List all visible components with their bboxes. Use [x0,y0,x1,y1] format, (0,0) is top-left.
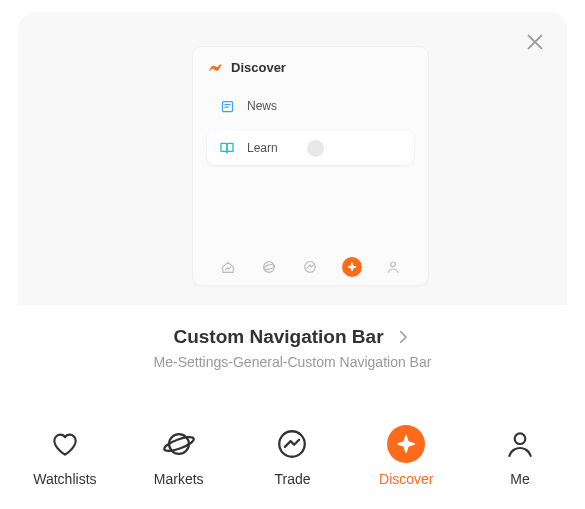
nav-item-watchlists[interactable]: Watchlists [15,425,115,487]
preview-item-learn: Learn [207,131,414,165]
preview-nav-trade-icon [300,257,320,277]
nav-item-discover[interactable]: Discover [356,425,456,487]
nav-item-markets[interactable]: Markets [129,425,229,487]
preview-nav-me-icon [383,257,403,277]
nav-item-label: Trade [274,471,310,487]
touch-indicator-icon [307,140,324,157]
preview-item-news: News [207,89,414,123]
preview-header: Discover [207,59,414,75]
svg-point-9 [391,262,396,267]
preview-nav-discover-icon [342,257,362,277]
chevron-right-icon [394,328,412,346]
news-icon [219,98,235,114]
svg-point-14 [515,433,526,444]
close-button[interactable] [521,28,549,56]
heart-icon [46,425,84,463]
preview-nav-watchlists-icon [218,257,238,277]
planet-icon [160,425,198,463]
person-icon [501,425,539,463]
nav-item-label: Discover [379,471,433,487]
compass-icon [387,425,425,463]
preview-item-label: Learn [247,141,278,155]
card-bottom: Custom Navigation Bar Me-Settings-Genera… [18,305,567,391]
nav-item-label: Me [510,471,529,487]
card-title: Custom Navigation Bar [173,326,383,348]
nav-item-label: Markets [154,471,204,487]
svg-point-11 [162,434,194,453]
svg-marker-8 [348,263,356,271]
brand-logo-icon [207,59,223,75]
preview-title: Discover [231,60,286,75]
bottom-nav: Watchlists Markets Trade Discover [0,413,585,509]
preview-item-label: News [247,99,277,113]
svg-marker-13 [398,436,415,453]
nav-item-trade[interactable]: Trade [242,425,342,487]
nav-item-me[interactable]: Me [470,425,570,487]
preview-nav-markets-icon [259,257,279,277]
instruction-card: Discover News Learn [18,12,567,391]
nav-item-label: Watchlists [33,471,96,487]
preview-panel: Discover News Learn [192,46,429,286]
trade-icon [273,425,311,463]
close-icon [524,31,546,53]
learn-icon [219,140,235,156]
card-title-row[interactable]: Custom Navigation Bar [173,326,411,348]
preview-nav [193,257,428,277]
card-subtitle: Me-Settings-General-Custom Navigation Ba… [154,354,432,370]
svg-point-7 [305,262,316,273]
